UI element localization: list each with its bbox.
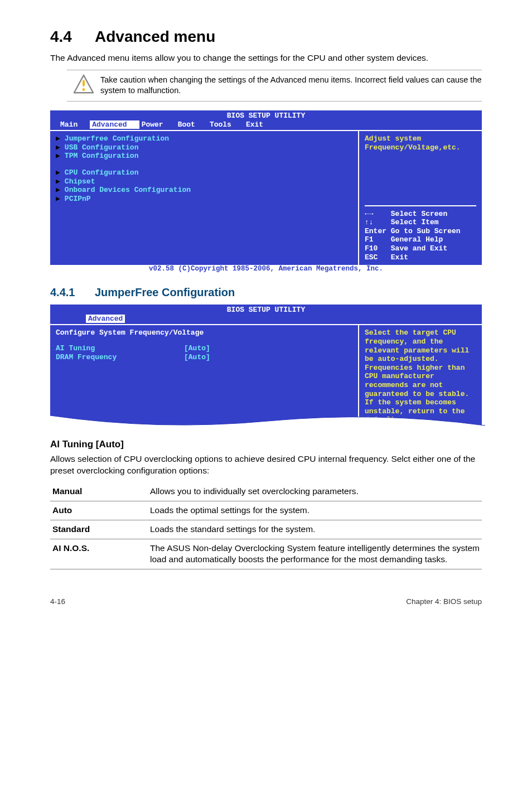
bios2-row: DRAM Frequency [Auto] xyxy=(56,353,352,362)
menu-power: Power xyxy=(139,120,176,129)
menu-advanced: Advanced xyxy=(86,315,125,323)
bios-item: Jumperfree Configuration xyxy=(65,134,169,143)
bios2-help-text: Select the target CPU frequency, and the… xyxy=(365,328,476,424)
option-label: Standard xyxy=(50,520,148,539)
warning-text: Take caution when changing the settings … xyxy=(100,74,482,98)
setting-title: AI Tuning [Auto] xyxy=(50,439,482,450)
bios-item: CPU Configuration xyxy=(65,168,139,177)
key-line: F10 Save and Exit xyxy=(365,244,476,253)
menu-exit: Exit xyxy=(244,120,275,129)
setting-intro: Allows selection of CPU overclocking opt… xyxy=(50,453,482,477)
table-row: Auto Loads the optimal settings for the … xyxy=(50,501,482,520)
svg-rect-1 xyxy=(83,80,85,86)
bios2-right-pane: Select the target CPU frequency, and the… xyxy=(359,325,482,428)
bios-item: Chipset xyxy=(65,177,95,186)
menu-main: Main xyxy=(58,120,90,129)
page-footer: 4-16 Chapter 4: BIOS setup xyxy=(50,597,482,606)
option-desc: Allows you to individually set overclock… xyxy=(148,482,482,501)
chapter-label: Chapter 4: BIOS setup xyxy=(406,597,482,606)
intro-text: The Advanced menu items allow you to cha… xyxy=(50,52,482,64)
bios2-label: AI Tuning xyxy=(56,344,184,353)
subsection-number: 4.4.1 xyxy=(50,286,95,299)
chevron-right-icon: ▶ xyxy=(56,168,65,177)
chevron-right-icon: ▶ xyxy=(56,177,65,186)
menu-boot: Boot xyxy=(176,120,207,129)
bios2-label: DRAM Frequency xyxy=(56,353,184,362)
bios2-row: AI Tuning [Auto] xyxy=(56,344,352,353)
option-label: Manual xyxy=(50,482,148,501)
option-label: AI N.O.S. xyxy=(50,539,148,569)
menu-tools: Tools xyxy=(207,120,244,129)
bios-screen-advanced: BIOS SETUP UTILITY Main Advanced Power B… xyxy=(50,110,482,274)
bios-key-legend: ←→ Select Screen ↑↓ Select Item Enter Go… xyxy=(365,205,476,262)
bios2-value: [Auto] xyxy=(184,344,210,353)
chevron-right-icon: ▶ xyxy=(56,195,65,203)
option-desc: Loads the optimal settings for the syste… xyxy=(148,501,482,520)
bios2-value: [Auto] xyxy=(184,353,210,362)
bios-footer: v02.58 (C)Copyright 1985-2006, American … xyxy=(50,265,482,274)
page-title: 4.4Advanced menu xyxy=(50,28,482,46)
section-number: 4.4 xyxy=(50,28,95,46)
bios-screen-jumperfree: BIOS SETUP UTILITY Advanced Configure Sy… xyxy=(50,305,482,428)
key-line: ↑↓ Select Item xyxy=(365,218,476,227)
warning-icon xyxy=(67,74,100,95)
bios-right-pane: Adjust system Frequency/Voltage,etc. ←→ … xyxy=(359,131,482,265)
chevron-right-icon: ▶ xyxy=(56,152,65,160)
table-row: Manual Allows you to individually set ov… xyxy=(50,482,482,501)
options-table: Manual Allows you to individually set ov… xyxy=(50,482,482,570)
subsection-text: JumperFree Configuration xyxy=(95,286,235,298)
key-line: F1 General Help xyxy=(365,235,476,244)
bios-item: TPM Configuration xyxy=(65,152,139,160)
warning-callout: Take caution when changing the settings … xyxy=(67,70,482,102)
page-number: 4-16 xyxy=(50,597,65,606)
option-desc: Loads the standard settings for the syst… xyxy=(148,520,482,539)
menu-advanced: Advanced xyxy=(90,120,139,129)
bios-left-pane: ▶Jumperfree Configuration ▶USB Configura… xyxy=(50,131,359,265)
option-desc: The ASUS Non-delay Overclocking System f… xyxy=(148,539,482,569)
key-line: ←→ Select Screen xyxy=(365,210,476,219)
option-label: Auto xyxy=(50,501,148,520)
svg-point-2 xyxy=(83,88,85,91)
subsection-title: 4.4.1JumperFree Configuration xyxy=(50,286,482,299)
bios2-menubar: Advanced xyxy=(50,315,482,325)
bios-help-text: Adjust system Frequency/Voltage,etc. xyxy=(365,134,476,152)
bios2-left-pane: Configure System Frequency/Voltage AI Tu… xyxy=(50,325,359,428)
chevron-right-icon: ▶ xyxy=(56,186,65,194)
bios-item: USB Configuration xyxy=(65,143,139,152)
bios-title: BIOS SETUP UTILITY xyxy=(50,110,482,120)
section-title: Advanced menu xyxy=(95,28,215,45)
bios-item: Onboard Devices Configuration xyxy=(65,186,191,194)
key-line: ESC Exit xyxy=(365,253,476,262)
chevron-right-icon: ▶ xyxy=(56,134,65,143)
bios2-heading: Configure System Frequency/Voltage xyxy=(56,328,352,337)
key-line: Enter Go to Sub Screen xyxy=(365,227,476,236)
table-row: Standard Loads the standard settings for… xyxy=(50,520,482,539)
bios-menubar: Main Advanced Power Boot Tools Exit xyxy=(50,120,482,131)
bios-item: PCIPnP xyxy=(65,195,91,203)
bios2-title: BIOS SETUP UTILITY xyxy=(50,305,482,315)
table-row: AI N.O.S. The ASUS Non-delay Overclockin… xyxy=(50,539,482,569)
chevron-right-icon: ▶ xyxy=(56,143,65,152)
